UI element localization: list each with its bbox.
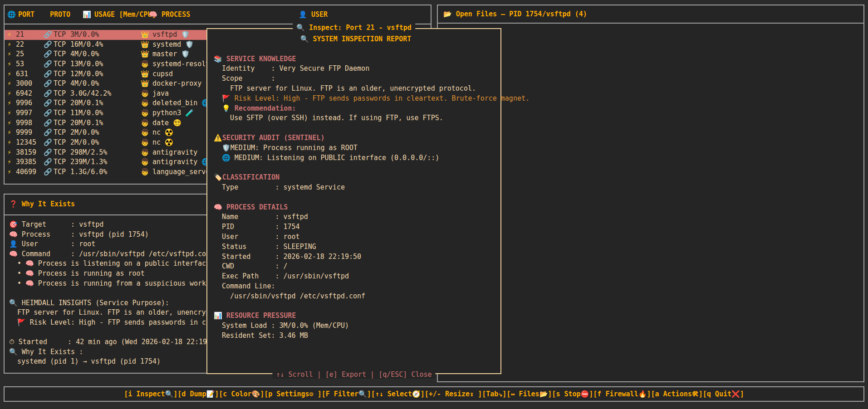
owner-icon: 👑 — [141, 30, 149, 40]
proto-cell: TCP — [54, 49, 66, 59]
usage-cell: 13M/0.0% — [70, 59, 103, 69]
link-icon: 🔗 — [44, 167, 52, 177]
proto-cell: TCP — [54, 59, 66, 69]
question-mark-icon: ❓ — [9, 200, 18, 208]
modal-line: Resident Set: 3.46 MB — [214, 331, 498, 341]
owner-icon: 👦 — [141, 128, 149, 138]
ports-table-header: 🌐 PORT PROTO 📊 USAGE [Mem/CPU] 🧠 PROCESS… — [5, 5, 431, 24]
modal-line: 🚩 Risk Level: High - FTP sends passwords… — [214, 94, 498, 104]
owner-icon: 👑 — [141, 40, 149, 50]
usage-cell: 12M/0.0% — [70, 69, 103, 79]
lightning-icon: ⚡ — [7, 59, 11, 69]
process-cell: vsftpd 🛡️ — [152, 30, 190, 40]
owner-icon: 👦 — [141, 59, 149, 69]
modal-line: 📊 RESOURCE PRESSURE — [214, 311, 498, 321]
modal-line: Name : vsftpd — [214, 212, 498, 222]
column-header-port: PORT — [18, 10, 34, 19]
port-cell: 40699 — [16, 167, 36, 177]
owner-icon: 👦 — [141, 89, 149, 99]
lightning-icon: ⚡ — [7, 128, 11, 138]
lightning-icon: ⚡ — [7, 30, 11, 40]
usage-cell: 2M/0.0% — [70, 128, 99, 138]
port-cell: 39385 — [16, 157, 36, 167]
modal-line: User : root — [214, 232, 498, 242]
modal-line: 🌐 MEDIUM: Listening on PUBLIC interface … — [214, 153, 498, 163]
lightning-icon: ⚡ — [7, 49, 11, 59]
modal-lines: 📚 SERVICE KNOWLEDGE Identity : Very Secu… — [214, 54, 498, 341]
proto-cell: TCP — [54, 138, 66, 148]
proto-cell: TCP — [54, 79, 66, 89]
column-header-proto: PROTO — [50, 10, 70, 19]
link-icon: 🔗 — [44, 69, 52, 79]
report-title: 🔍 SYSTEM INSPECTION REPORT — [214, 34, 498, 44]
lightning-icon: ⚡ — [7, 138, 11, 148]
modal-line: Started : 2026-02-18 22:19:50 — [214, 252, 498, 262]
owner-icon: 👦 — [141, 157, 149, 167]
modal-line: Type : systemd Service — [214, 183, 498, 193]
inspect-modal: 🔍 Inspect: Port 21 - vsftpd 🔍 SYSTEM INS… — [206, 28, 501, 374]
user-icon: 👤 — [299, 10, 307, 19]
lightning-icon: ⚡ — [7, 69, 11, 79]
lightning-icon: ⚡ — [7, 118, 11, 128]
modal-line: Scope : — [214, 74, 498, 84]
port-cell: 25 — [16, 49, 24, 59]
owner-icon: 👑 — [141, 49, 149, 59]
owner-icon: 👑 — [141, 79, 149, 89]
usage-cell: 4M/0.0% — [70, 49, 99, 59]
globe-icon: 🌐 — [7, 10, 16, 19]
process-cell: date 😵‍💫 — [152, 118, 181, 128]
link-icon: 🔗 — [44, 157, 52, 167]
column-header-process: PROCESS — [162, 10, 190, 19]
usage-cell: 20M/0.1% — [70, 118, 103, 128]
proto-cell: TCP — [54, 108, 66, 118]
port-cell: 21 — [16, 30, 24, 40]
modal-line: 🛡️MEDIUM: Process running as ROOT — [214, 143, 498, 153]
usage-cell: 298M/2.5% — [70, 148, 107, 158]
folder-icon: 📂 — [443, 10, 452, 18]
port-cell: 12345 — [16, 138, 36, 148]
column-header-usage: USAGE [Mem/CPU] — [94, 10, 156, 19]
modal-line — [214, 193, 498, 203]
modal-line: CWD : / — [214, 262, 498, 272]
process-cell: nc ☢️ — [152, 128, 173, 138]
usage-cell: 11M/0.0% — [70, 108, 103, 118]
modal-line: Status : SLEEPING — [214, 242, 498, 252]
inspect-modal-footer[interactable]: ↑↓ Scroll | [e] Export | [q/ESC] Close — [272, 370, 435, 379]
usage-cell: 3.0G/42.2% — [70, 89, 111, 99]
usage-cell: 1.3G/6.0% — [70, 167, 107, 177]
process-cell: cupsd — [152, 69, 173, 79]
process-cell: nc ☢️ — [152, 138, 173, 148]
process-cell: deleted_bin 🌐 — [152, 98, 210, 108]
owner-icon: 👑 — [141, 69, 149, 79]
proto-cell: TCP — [54, 98, 66, 108]
proto-cell: TCP — [54, 40, 66, 50]
owner-icon: 👦 — [141, 98, 149, 108]
usage-cell: 16M/0.4% — [70, 40, 103, 50]
usage-cell: 239M/1.3% — [70, 157, 107, 167]
process-cell: antigravity 🌐 — [152, 157, 210, 167]
process-cell: docker-proxy 🛡️ — [152, 79, 214, 89]
usage-cell: 4M/0.0% — [70, 79, 99, 89]
proto-cell: TCP — [54, 30, 66, 40]
status-bar-shortcuts[interactable]: [i Inspect🔍][d Dump📝][c Color🎨][p Settin… — [124, 390, 744, 398]
port-cell: 9997 — [16, 108, 32, 118]
link-icon: 🔗 — [44, 108, 52, 118]
inspect-modal-title: 🔍 Inspect: Port 21 - vsftpd — [293, 24, 415, 32]
usage-cell: 20M/0.1% — [70, 98, 103, 108]
bar-chart-icon: 📊 — [83, 10, 91, 19]
port-cell: 38159 — [16, 148, 36, 158]
link-icon: 🔗 — [44, 148, 52, 158]
link-icon: 🔗 — [44, 59, 52, 69]
owner-icon: 👦 — [141, 108, 149, 118]
link-icon: 🔗 — [44, 138, 52, 148]
open-files-title-text: Open Files — PID 1754/vsftpd (4) — [456, 10, 587, 18]
link-icon: 🔗 — [44, 30, 52, 40]
process-cell: language_server — [152, 167, 214, 177]
port-cell: 9998 — [16, 118, 32, 128]
port-cell: 631 — [16, 69, 28, 79]
lightning-icon: ⚡ — [7, 148, 11, 158]
modal-line: 📚 SERVICE KNOWLEDGE — [214, 54, 498, 64]
port-cell: 9999 — [16, 128, 32, 138]
proto-cell: TCP — [54, 69, 66, 79]
open-files-title: 📂 Open Files — PID 1754/vsftpd (4) — [443, 10, 587, 18]
